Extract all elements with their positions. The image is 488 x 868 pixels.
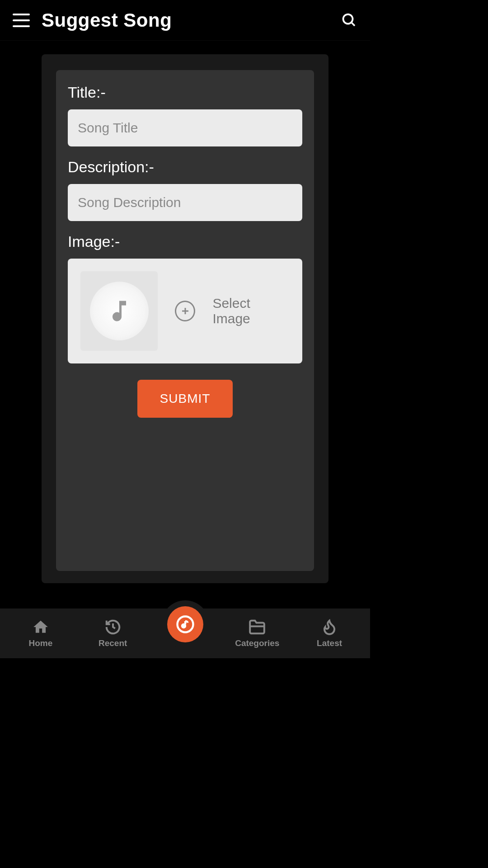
music-disc-icon: [176, 615, 195, 634]
page-title: Suggest Song: [42, 9, 172, 31]
image-label: Image:-: [68, 233, 302, 250]
nav-recent-label: Recent: [99, 638, 127, 648]
home-icon: [32, 618, 49, 636]
nav-recent[interactable]: Recent: [77, 618, 149, 648]
svg-point-6: [182, 624, 185, 627]
description-input[interactable]: [68, 184, 302, 221]
title-label: Title:-: [68, 84, 302, 101]
menu-icon[interactable]: [13, 11, 31, 29]
nav-categories-label: Categories: [235, 638, 279, 648]
nav-home[interactable]: Home: [5, 618, 77, 648]
plus-circle-icon: [175, 301, 195, 321]
nav-home-label: Home: [29, 638, 53, 648]
center-button-wrapper: [161, 600, 209, 648]
nav-latest[interactable]: Latest: [293, 618, 366, 648]
music-note-icon: [90, 282, 149, 340]
folder-icon: [249, 618, 266, 636]
description-label: Description:-: [68, 158, 302, 176]
flame-icon: [321, 618, 338, 636]
select-image-label: Select Image: [212, 296, 290, 326]
nav-latest-label: Latest: [317, 638, 342, 648]
svg-line-1: [352, 22, 355, 26]
search-icon[interactable]: [341, 12, 357, 28]
center-music-button[interactable]: [167, 606, 203, 642]
image-placeholder: [80, 271, 158, 351]
nav-categories[interactable]: Categories: [221, 618, 293, 648]
outer-card: Title:- Description:- Image:-: [42, 54, 328, 583]
header: Suggest Song: [0, 0, 370, 41]
submit-button[interactable]: SUBMIT: [137, 380, 233, 418]
form-card: Title:- Description:- Image:-: [56, 70, 314, 571]
main-content: Title:- Description:- Image:-: [0, 41, 370, 583]
svg-point-0: [343, 14, 353, 24]
history-icon: [104, 618, 122, 636]
image-picker[interactable]: Select Image: [68, 259, 302, 363]
title-input[interactable]: [68, 109, 302, 146]
